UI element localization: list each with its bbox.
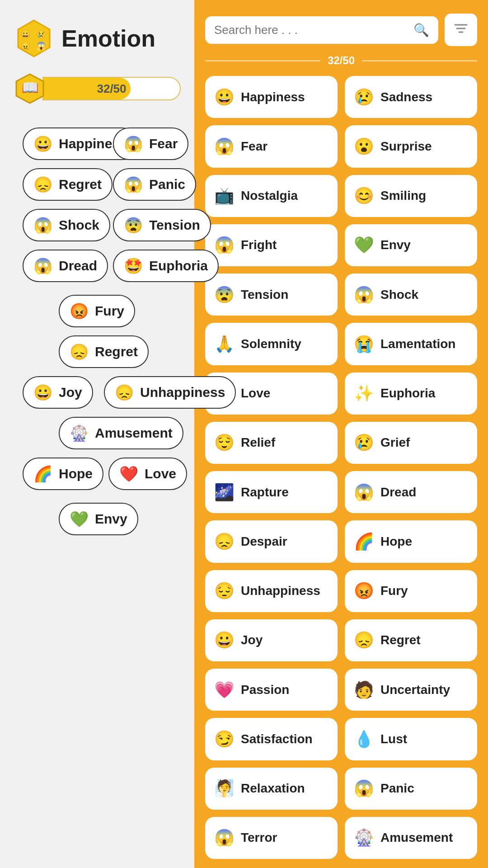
left-chip-regret[interactable]: 😞Regret: [59, 335, 149, 368]
grid-chip-tension[interactable]: 😨Tension: [205, 274, 338, 316]
grid-chip-emoji: 💗: [214, 680, 235, 699]
chip-label: Regret: [95, 344, 138, 359]
chip-label: Unhappiness: [140, 385, 225, 400]
left-chip-love[interactable]: ❤️Love: [108, 458, 187, 490]
grid-chip-panic[interactable]: 😱Panic: [345, 768, 477, 810]
grid-chip-unhappiness[interactable]: 😔Unhappiness: [205, 570, 338, 612]
left-chip-joy[interactable]: 😀Joy: [23, 376, 93, 409]
grid-chip-emoji: 😢: [354, 88, 374, 107]
progress-icon: 📖: [14, 72, 46, 105]
grid-chip-emoji: ✨: [354, 384, 374, 403]
progress-text: 32/50: [97, 82, 126, 96]
svg-text:😀: 😀: [20, 29, 31, 39]
chip-emoji: 🌈: [33, 465, 52, 483]
grid-chip-label: Surprise: [380, 139, 468, 154]
left-chip-unhappiness[interactable]: 😞Unhappiness: [104, 376, 236, 409]
search-input-wrapper[interactable]: 🔍: [205, 16, 438, 44]
grid-chip-emoji: 😮: [354, 137, 374, 156]
grid-chip-label: Relaxation: [241, 781, 328, 796]
chip-emoji: 😱: [33, 216, 52, 234]
grid-chip-fear[interactable]: 😱Fear: [205, 125, 338, 167]
progress-container: 📖 32/50: [14, 72, 181, 105]
grid-chip-solemnity[interactable]: 🙏Solemnity: [205, 323, 338, 365]
grid-chip-emoji: 😢: [354, 433, 374, 452]
svg-text:📖: 📖: [22, 80, 39, 96]
left-chip-amusement[interactable]: 🎡Amusement: [59, 417, 183, 449]
left-chip-dread[interactable]: 😱Dread: [23, 250, 108, 282]
chip-label: Euphoria: [149, 258, 208, 274]
grid-chip-label: Uncertainty: [380, 683, 468, 697]
grid-chip-relief[interactable]: 😌Relief: [205, 422, 338, 464]
app-header: 😀 😢 😠 😱 Emotion: [14, 18, 181, 59]
grid-chip-nostalgia[interactable]: 📺Nostalgia: [205, 175, 338, 217]
grid-chip-happiness[interactable]: 😀Happiness: [205, 76, 338, 118]
grid-chip-amusement[interactable]: 🎡Amusement: [345, 817, 477, 859]
grid-chip-label: Love: [241, 386, 328, 401]
grid-chip-rapture[interactable]: 🌌Rapture: [205, 471, 338, 513]
grid-chip-label: Panic: [380, 781, 468, 796]
chip-emoji: 😱: [33, 257, 52, 275]
grid-chip-label: Grief: [380, 435, 468, 450]
grid-chip-emoji: 😌: [214, 433, 235, 452]
grid-chip-fury[interactable]: 😡Fury: [345, 570, 477, 612]
chip-emoji: 😡: [70, 302, 89, 320]
grid-chip-lamentation[interactable]: 😭Lamentation: [345, 323, 477, 365]
grid-chip-lust[interactable]: 💧Lust: [345, 718, 477, 760]
grid-chip-despair[interactable]: 😞Despair: [205, 520, 338, 562]
grid-chip-emoji: 😞: [214, 532, 235, 551]
grid-chip-hope[interactable]: 🌈Hope: [345, 520, 477, 562]
grid-chip-label: Rapture: [241, 485, 328, 500]
chip-emoji: 🤩: [124, 257, 143, 275]
grid-chip-sadness[interactable]: 😢Sadness: [345, 76, 477, 118]
left-chip-shock[interactable]: 😱Shock: [23, 209, 110, 241]
grid-chip-fright[interactable]: 😱Fright: [205, 224, 338, 266]
grid-chip-envy[interactable]: 💚Envy: [345, 224, 477, 266]
grid-chip-uncertainty[interactable]: 🧑Uncertainty: [345, 669, 477, 711]
chip-label: Regret: [59, 177, 102, 192]
grid-chip-smiling[interactable]: 😊Smiling: [345, 175, 477, 217]
grid-chip-label: Nostalgia: [241, 189, 328, 203]
chip-label: Tension: [149, 217, 200, 233]
left-chip-hope[interactable]: 🌈Hope: [23, 458, 103, 490]
svg-text:😠: 😠: [20, 41, 31, 51]
left-chip-fury[interactable]: 😡Fury: [59, 295, 135, 327]
chip-label: Dread: [59, 258, 97, 274]
grid-chip-satisfaction[interactable]: 😏Satisfaction: [205, 718, 338, 760]
chip-emoji: 😨: [124, 216, 143, 234]
app-logo: 😀 😢 😠 😱: [14, 18, 54, 59]
grid-chip-emoji: 😱: [354, 779, 374, 798]
filter-button[interactable]: [445, 14, 477, 46]
left-chip-euphoria[interactable]: 🤩Euphoria: [113, 250, 219, 282]
grid-chip-label: Euphoria: [380, 386, 468, 401]
search-input[interactable]: [214, 23, 409, 37]
grid-chip-label: Fury: [380, 584, 468, 598]
grid-chip-emoji: 😨: [214, 285, 235, 304]
grid-chip-emoji: 😏: [214, 730, 235, 749]
grid-chip-surprise[interactable]: 😮Surprise: [345, 125, 477, 167]
grid-chip-passion[interactable]: 💗Passion: [205, 669, 338, 711]
chip-emoji: 😞: [70, 343, 89, 361]
right-panel: 🔍 32/50 😀Happiness😢Sadness😱Fear😮Surprise…: [194, 0, 488, 868]
left-chip-fear[interactable]: 😱Fear: [113, 127, 188, 160]
right-progress-count: 32/50: [328, 54, 355, 67]
grid-chip-label: Tension: [241, 288, 328, 302]
grid-chip-shock[interactable]: 😱Shock: [345, 274, 477, 316]
grid-chip-label: Amusement: [380, 830, 468, 845]
chip-label: Amusement: [95, 425, 173, 441]
grid-chip-relaxation[interactable]: 🧖Relaxation: [205, 768, 338, 810]
grid-chip-dread[interactable]: 😱Dread: [345, 471, 477, 513]
app-title: Emotion: [61, 25, 155, 52]
left-chip-tension[interactable]: 😨Tension: [113, 209, 211, 241]
grid-chip-label: Hope: [380, 534, 468, 549]
grid-chip-terror[interactable]: 😱Terror: [205, 817, 338, 859]
grid-chip-regret[interactable]: 😞Regret: [345, 619, 477, 661]
grid-chip-joy[interactable]: 😀Joy: [205, 619, 338, 661]
left-chip-panic[interactable]: 😱Panic: [113, 168, 196, 201]
progress-line-left: [205, 60, 320, 61]
left-chip-regret[interactable]: 😞Regret: [23, 168, 113, 201]
grid-chip-emoji: 😱: [354, 483, 374, 502]
right-progress-row: 32/50: [205, 54, 477, 67]
grid-chip-euphoria[interactable]: ✨Euphoria: [345, 373, 477, 415]
grid-chip-grief[interactable]: 😢Grief: [345, 422, 477, 464]
left-chip-envy[interactable]: 💚Envy: [59, 503, 138, 535]
